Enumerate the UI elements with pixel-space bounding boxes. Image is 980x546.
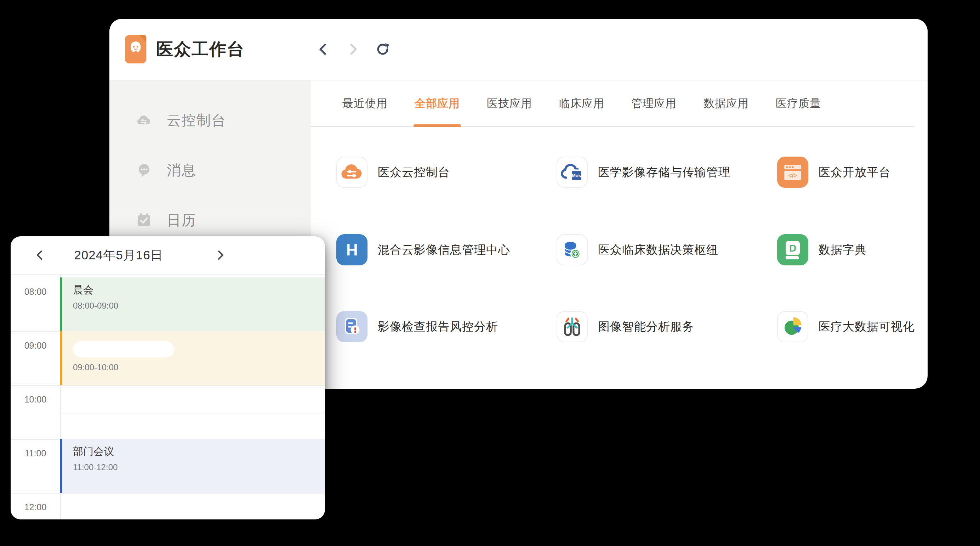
app-image-ai-analysis[interactable]: 图像智能分析服务 (557, 311, 694, 342)
pie-chart-icon (777, 311, 808, 342)
cloud-sliders-icon (336, 156, 368, 188)
tab-recent[interactable]: 最近使用 (342, 80, 388, 126)
tab-clinical-apps[interactable]: 临床应用 (559, 80, 605, 126)
calendar-panel: 2024年5月16日 08:00 09:00 10:00 11:00 12:00… (11, 236, 325, 519)
half-hour-gridline (61, 413, 325, 413)
svg-text:D: D (789, 243, 796, 254)
hour-label: 08:00 (11, 287, 60, 297)
svg-text:Mos: Mos (572, 173, 581, 178)
event-time: 11:00-12:00 (73, 462, 325, 472)
app-label: 图像智能分析服务 (598, 319, 694, 335)
app-open-platform[interactable]: </> 医众开放平台 (777, 156, 891, 188)
app-hybrid-cloud-imaging[interactable]: H 混合云影像信息管理中心 (336, 234, 510, 265)
event-time: 08:00-09:00 (73, 301, 325, 311)
app-cloud-console[interactable]: 医众云控制台 (336, 156, 450, 188)
tab-data-apps[interactable]: 数据应用 (703, 80, 749, 126)
refresh-button[interactable] (375, 42, 390, 56)
redacted-event-title (73, 341, 174, 358)
back-button[interactable] (316, 42, 330, 56)
app-label: 医众开放平台 (819, 164, 891, 180)
window-title: 医众工作台 (156, 19, 245, 80)
sidebar-item-label: 日历 (167, 211, 197, 230)
app-category-tabs: 最近使用 全部应用 医技应用 临床应用 管理应用 数据应用 医疗质量 (310, 80, 914, 127)
cloud-icon (135, 112, 153, 129)
sidebar-item-calendar[interactable]: 日历 (110, 204, 310, 236)
sidebar-item-cloud-console[interactable]: 云控制台 (110, 104, 310, 136)
title-bar: 医众工作台 (110, 19, 928, 80)
calendar-event-morning-meeting[interactable]: 晨会 08:00-09:00 (60, 278, 325, 331)
sidebar-item-messages[interactable]: 消息 (110, 154, 310, 186)
svg-text:</>: </> (789, 172, 797, 179)
app-label: 混合云影像信息管理中心 (378, 242, 510, 258)
calendar-next-button[interactable] (213, 248, 227, 262)
hour-label: 09:00 (11, 340, 60, 351)
report-alert-icon (336, 311, 368, 342)
app-label: 影像检查报告风控分析 (378, 319, 498, 335)
event-title: 晨会 (73, 283, 325, 297)
app-label: 医众临床数据决策枢纽 (598, 242, 718, 258)
event-title: 部门会议 (73, 445, 325, 459)
app-data-dictionary[interactable]: D 数据字典 (777, 234, 867, 265)
hour-label: 11:00 (11, 448, 60, 458)
tab-all-apps[interactable]: 全部应用 (415, 80, 460, 126)
app-logo-icon (125, 35, 146, 64)
chat-bubble-icon (135, 161, 153, 179)
dictionary-book-icon: D (777, 234, 808, 265)
app-label: 数据字典 (819, 242, 867, 258)
calendar-check-icon (135, 212, 153, 228)
tab-medtech-apps[interactable]: 医技应用 (487, 80, 532, 126)
hour-gridline (11, 385, 325, 386)
code-window-icon: </> (777, 156, 808, 188)
letter-h-icon: H (336, 234, 368, 265)
app-label: 医学影像存储与传输管理 (598, 164, 730, 180)
database-plus-icon (557, 234, 588, 265)
calendar-header: 2024年5月16日 (11, 236, 325, 275)
app-bigdata-visualization[interactable]: 医疗大数据可视化 (777, 311, 915, 342)
app-report-risk-analysis[interactable]: 影像检查报告风控分析 (336, 311, 498, 342)
lungs-icon (557, 311, 588, 342)
calendar-date: 2024年5月16日 (43, 236, 195, 274)
sidebar-item-label: 云控制台 (167, 110, 226, 130)
sidebar-item-label: 消息 (167, 161, 197, 180)
calendar-event-department-meeting[interactable]: 部门会议 11:00-12:00 (60, 439, 325, 493)
tab-management-apps[interactable]: 管理应用 (631, 80, 676, 126)
app-clinical-data-hub[interactable]: 医众临床数据决策枢纽 (557, 234, 718, 265)
calendar-day-grid: 08:00 09:00 10:00 11:00 12:00 晨会 08:00-0… (11, 275, 325, 519)
hour-label: 12:00 (11, 502, 60, 512)
tab-quality[interactable]: 医疗质量 (776, 80, 821, 126)
app-pacs[interactable]: Mos 医学影像存储与传输管理 (557, 156, 730, 188)
desktop-background: 医众工作台 (0, 0, 980, 546)
calendar-event-redacted[interactable]: 09:00-10:00 (60, 331, 325, 385)
hour-gridline (11, 493, 325, 493)
hour-label: 10:00 (11, 394, 60, 405)
forward-button[interactable] (346, 42, 360, 56)
event-time: 09:00-10:00 (73, 362, 325, 372)
app-label: 医众云控制台 (378, 164, 450, 180)
browser-nav (316, 19, 390, 80)
mos-cloud-icon: Mos (557, 156, 588, 188)
app-label: 医疗大数据可视化 (819, 319, 915, 335)
